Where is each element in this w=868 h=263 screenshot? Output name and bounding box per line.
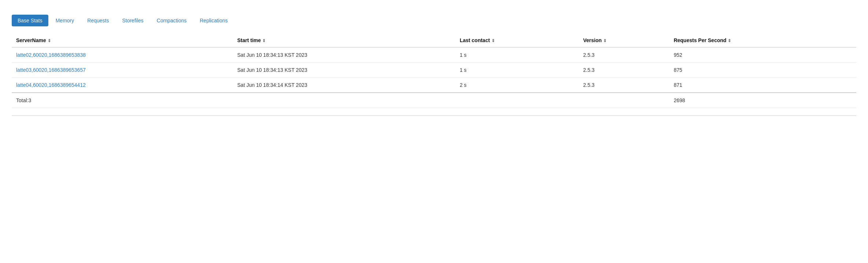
tab-bar: Base StatsMemoryRequestsStorefilesCompac…	[12, 15, 856, 26]
tab-storefiles[interactable]: Storefiles	[116, 15, 149, 26]
cell-server-name-2: latte04,60020,1686389654412	[12, 78, 233, 93]
cell-requests-per-second-2: 871	[669, 78, 856, 93]
cell-start-time-1: Sat Jun 10 18:34:13 KST 2023	[233, 63, 455, 78]
sort-icon-last-contact: ⇕	[492, 38, 495, 43]
tab-requests[interactable]: Requests	[81, 15, 115, 26]
sort-icon-start-time: ⇕	[262, 38, 266, 43]
table-body: latte02,60020,1686389653838Sat Jun 10 18…	[12, 47, 856, 108]
tab-compactions[interactable]: Compactions	[151, 15, 193, 26]
table-header-row: ServerName⇕Start time⇕Last contact⇕Versi…	[12, 34, 856, 47]
col-header-last-contact[interactable]: Last contact⇕	[455, 34, 579, 47]
server-name-link-1[interactable]: latte03,60020,1686389653657	[16, 67, 86, 73]
total-empty-2	[579, 93, 669, 108]
col-header-version[interactable]: Version⇕	[579, 34, 669, 47]
tab-memory[interactable]: Memory	[50, 15, 80, 26]
cell-last-contact-1: 1 s	[455, 63, 579, 78]
table-row: latte03,60020,1686389653657Sat Jun 10 18…	[12, 63, 856, 78]
col-header-server-name[interactable]: ServerName⇕	[12, 34, 233, 47]
cell-requests-per-second-1: 875	[669, 63, 856, 78]
footer-divider	[12, 115, 856, 116]
cell-server-name-0: latte02,60020,1686389653838	[12, 47, 233, 63]
sort-icon-requests-per-second: ⇕	[728, 38, 731, 43]
cell-last-contact-0: 1 s	[455, 47, 579, 63]
cell-version-0: 2.5.3	[579, 47, 669, 63]
cell-version-2: 2.5.3	[579, 78, 669, 93]
cell-last-contact-2: 2 s	[455, 78, 579, 93]
total-label: Total:3	[12, 93, 233, 108]
total-row: Total:32698	[12, 93, 856, 108]
server-name-link-0[interactable]: latte02,60020,1686389653838	[16, 52, 86, 58]
tab-replications[interactable]: Replications	[194, 15, 233, 26]
total-requests-per-second: 2698	[669, 93, 856, 108]
cell-start-time-2: Sat Jun 10 18:34:14 KST 2023	[233, 78, 455, 93]
sort-icon-server-name: ⇕	[48, 38, 51, 43]
tab-base-stats[interactable]: Base Stats	[12, 15, 48, 26]
col-header-requests-per-second[interactable]: Requests Per Second⇕	[669, 34, 856, 47]
region-servers-table: ServerName⇕Start time⇕Last contact⇕Versi…	[12, 34, 856, 108]
cell-server-name-1: latte03,60020,1686389653657	[12, 63, 233, 78]
sort-icon-version: ⇕	[603, 38, 607, 43]
cell-start-time-0: Sat Jun 10 18:34:13 KST 2023	[233, 47, 455, 63]
col-header-start-time[interactable]: Start time⇕	[233, 34, 455, 47]
table-row: latte04,60020,1686389654412Sat Jun 10 18…	[12, 78, 856, 93]
total-empty-1	[455, 93, 579, 108]
cell-requests-per-second-0: 952	[669, 47, 856, 63]
table-row: latte02,60020,1686389653838Sat Jun 10 18…	[12, 47, 856, 63]
cell-version-1: 2.5.3	[579, 63, 669, 78]
total-empty-0	[233, 93, 455, 108]
server-name-link-2[interactable]: latte04,60020,1686389654412	[16, 82, 86, 88]
